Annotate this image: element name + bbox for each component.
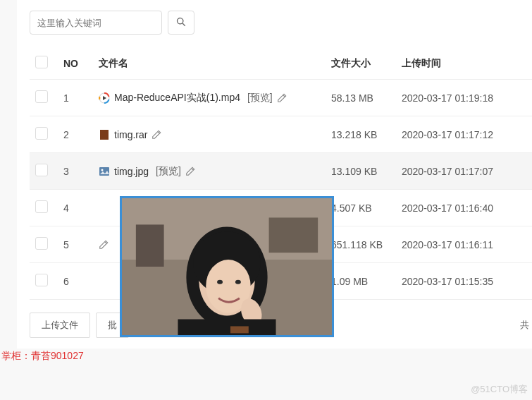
- file-name[interactable]: timg.jpg: [114, 166, 149, 177]
- svg-rect-12: [136, 224, 164, 267]
- owner-label: 掌柜：青苔901027: [1, 350, 84, 363]
- table-row: 1Map-ReduceAPI实战(1).mp4[预览]58.13 MB2020-…: [30, 80, 532, 116]
- row-checkbox[interactable]: [35, 237, 48, 250]
- svg-rect-3: [100, 131, 109, 133]
- watermark-label: @51CTO博客: [471, 383, 528, 396]
- upload-time: 2020-03-17 01:16:40: [396, 190, 532, 226]
- search-input[interactable]: [30, 11, 162, 35]
- svg-rect-21: [230, 326, 249, 333]
- file-size: 58.13 MB: [326, 80, 396, 116]
- row-checkbox[interactable]: [35, 200, 48, 213]
- row-no: 1: [58, 80, 93, 116]
- svg-point-18: [235, 280, 241, 284]
- edit-icon[interactable]: [277, 93, 287, 103]
- svg-point-8: [101, 169, 104, 171]
- file-name[interactable]: timg.rar: [114, 129, 147, 140]
- row-checkbox[interactable]: [35, 164, 48, 176]
- preview-link[interactable]: [预览]: [247, 92, 273, 104]
- file-cell: Map-ReduceAPI实战(1).mp4[预览]: [99, 92, 320, 104]
- edit-icon[interactable]: [185, 166, 195, 176]
- file-size: 1.09 MB: [326, 263, 396, 300]
- preview-link[interactable]: [预览]: [156, 165, 181, 178]
- svg-rect-20: [178, 320, 276, 336]
- file-cell: timg.rar: [99, 129, 320, 140]
- table-row: 3timg.jpg[预览]13.109 KB2020-03-17 01:17:0…: [30, 153, 532, 190]
- col-name-header: 文件名: [93, 47, 326, 80]
- file-cell: timg.jpg[预览]: [99, 165, 320, 178]
- col-time-header: 上传时间: [396, 47, 532, 80]
- upload-time: 2020-03-17 01:15:35: [396, 263, 532, 300]
- svg-rect-6: [100, 138, 109, 139]
- upload-time: 2020-03-17 01:19:18: [396, 80, 532, 116]
- edit-icon[interactable]: [151, 130, 161, 140]
- row-checkbox[interactable]: [35, 274, 48, 286]
- image-preview-popup: [120, 196, 334, 337]
- upload-time: 2020-03-17 01:17:07: [396, 153, 532, 190]
- row-no: 4: [58, 190, 93, 226]
- table-row: 2timg.rar13.218 KB2020-03-17 01:17:12: [30, 116, 532, 153]
- search-button[interactable]: [168, 11, 194, 35]
- row-checkbox[interactable]: [35, 127, 48, 140]
- file-size: 13.218 KB: [326, 116, 396, 153]
- svg-rect-5: [100, 135, 109, 137]
- row-no: 3: [58, 153, 93, 190]
- svg-rect-11: [269, 217, 318, 253]
- file-size: 4.507 KB: [326, 190, 396, 226]
- edit-icon[interactable]: [99, 240, 109, 250]
- mp4-file-icon: [99, 92, 110, 104]
- file-name[interactable]: Map-ReduceAPI实战(1).mp4: [114, 92, 240, 104]
- search-row: [30, 11, 532, 35]
- search-icon: [176, 17, 186, 29]
- upload-time: 2020-03-17 01:17:12: [396, 116, 532, 153]
- file-size: 13.109 KB: [326, 153, 396, 190]
- upload-time: 2020-03-17 01:16:11: [396, 226, 532, 263]
- svg-rect-4: [100, 133, 109, 135]
- row-checkbox[interactable]: [35, 90, 48, 103]
- file-size: 651.118 KB: [326, 226, 396, 263]
- select-all-checkbox[interactable]: [35, 56, 48, 68]
- col-no-header: NO: [58, 47, 93, 80]
- row-no: 2: [58, 116, 93, 153]
- row-no: 6: [58, 263, 93, 300]
- rar-file-icon: [99, 129, 110, 140]
- svg-point-17: [217, 280, 223, 284]
- upload-button[interactable]: 上传文件: [30, 313, 90, 338]
- total-count-label: 共: [520, 319, 532, 332]
- jpg-file-icon: [99, 166, 110, 177]
- svg-rect-7: [99, 167, 109, 176]
- row-no: 5: [58, 226, 93, 263]
- col-size-header: 文件大小: [326, 47, 396, 80]
